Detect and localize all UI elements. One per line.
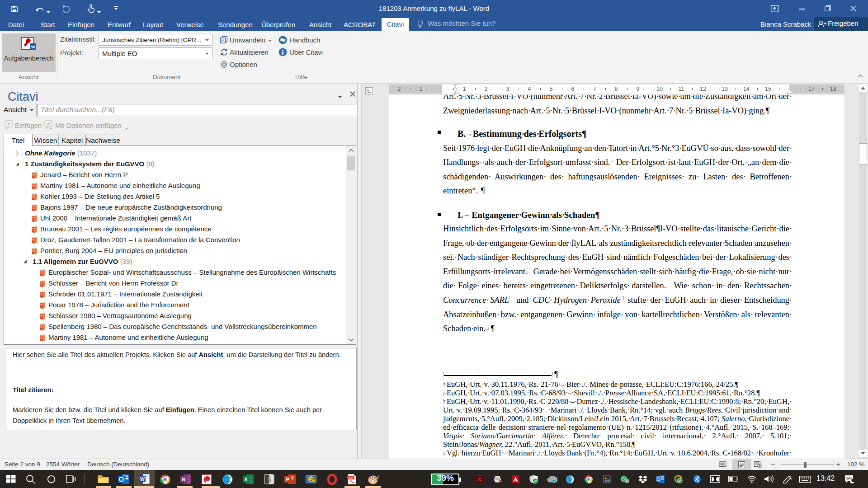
- svg-text:PDF: PDF: [348, 476, 354, 479]
- svg-text:P: P: [286, 477, 289, 482]
- svg-text:W: W: [140, 476, 145, 482]
- svg-text:X: X: [244, 477, 248, 482]
- svg-text:W: W: [31, 44, 35, 49]
- svg-text:S: S: [267, 475, 271, 484]
- svg-text:N: N: [182, 477, 185, 482]
